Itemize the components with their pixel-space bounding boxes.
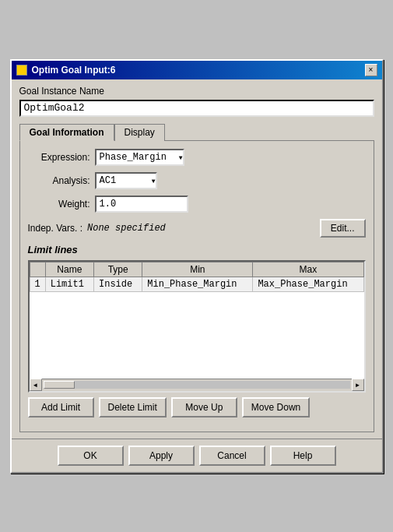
edit-button[interactable]: Edit... (320, 219, 366, 238)
limit-lines-table: Name Type Min Max 1 Limit1 Inside (30, 262, 364, 292)
col-header-max: Max (253, 262, 363, 277)
col-header-type: Type (94, 262, 142, 277)
row-number: 1 (30, 277, 45, 291)
expression-select[interactable]: Phase_Margin (95, 149, 184, 166)
limit-lines-table-container: Name Type Min Max 1 Limit1 Inside (28, 260, 366, 393)
limit-lines-title: Limit lines (28, 244, 366, 255)
main-window: Optim Goal Input:6 × Goal Instance Name … (10, 59, 384, 474)
goal-instance-input[interactable] (19, 100, 374, 117)
tab-goal-information[interactable]: Goal Information (19, 124, 114, 141)
bottom-bar: OK Apply Cancel Help (12, 439, 382, 472)
table-row[interactable]: 1 Limit1 Inside Min_Phase_Margin Max_Pha… (30, 277, 363, 291)
analysis-select-wrapper: AC1 ▼ (95, 172, 157, 189)
indep-vars-value: None specified (87, 223, 315, 234)
indep-vars-row: Indep. Vars. : None specified Edit... (28, 219, 366, 238)
weight-input[interactable] (95, 196, 188, 213)
move-up-button[interactable]: Move Up (171, 397, 237, 417)
row-min: Min_Phase_Margin (142, 277, 253, 291)
window-title: Optim Goal Input:6 (32, 65, 116, 76)
table-scroll-area[interactable]: Name Type Min Max 1 Limit1 Inside (30, 262, 364, 379)
window-body: Goal Instance Name Goal Information Disp… (12, 79, 382, 439)
expression-row: Expression: Phase_Margin ▼ (28, 149, 366, 166)
window-icon (16, 65, 27, 76)
analysis-select[interactable]: AC1 (95, 172, 157, 189)
goal-instance-label: Goal Instance Name (19, 86, 374, 97)
col-header-min: Min (142, 262, 253, 277)
ok-button[interactable]: OK (58, 446, 124, 466)
move-down-button[interactable]: Move Down (242, 397, 310, 417)
expression-label: Expression: (28, 152, 90, 163)
indep-vars-label: Indep. Vars. : (28, 223, 82, 234)
delete-limit-button[interactable]: Delete Limit (99, 397, 167, 417)
add-limit-button[interactable]: Add Limit (28, 397, 94, 417)
action-buttons-row: Add Limit Delete Limit Move Up Move Down (28, 397, 366, 417)
tab-bar: Goal Information Display (19, 123, 374, 141)
col-header-name: Name (45, 262, 93, 277)
weight-label: Weight: (28, 199, 90, 210)
row-max: Max_Phase_Margin (253, 277, 363, 291)
tab-content: Expression: Phase_Margin ▼ Analysis: AC1… (19, 141, 374, 432)
tab-display[interactable]: Display (114, 124, 165, 141)
horizontal-scrollbar[interactable]: ◄ ► (30, 379, 364, 391)
scroll-track[interactable] (44, 381, 350, 389)
row-name: Limit1 (45, 277, 93, 291)
scroll-thumb[interactable] (44, 381, 75, 389)
analysis-row: Analysis: AC1 ▼ (28, 172, 366, 189)
row-type: Inside (94, 277, 142, 291)
scroll-right-arrow[interactable]: ► (352, 379, 364, 391)
title-bar: Optim Goal Input:6 × (12, 61, 382, 79)
cancel-button[interactable]: Cancel (199, 446, 265, 466)
expression-select-wrapper: Phase_Margin ▼ (95, 149, 184, 166)
close-button[interactable]: × (365, 64, 377, 76)
apply-button[interactable]: Apply (128, 446, 195, 466)
weight-row: Weight: (28, 196, 366, 213)
col-header-empty (30, 262, 45, 277)
scroll-left-arrow[interactable]: ◄ (30, 379, 42, 391)
analysis-label: Analysis: (28, 175, 90, 186)
help-button[interactable]: Help (270, 446, 336, 466)
